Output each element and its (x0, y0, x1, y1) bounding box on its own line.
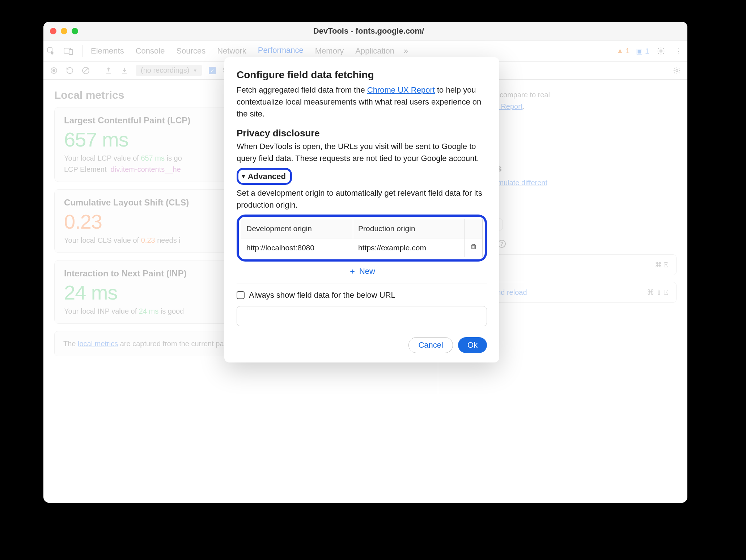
chevron-down-icon: ▼ (241, 172, 246, 181)
advanced-toggle[interactable]: ▼ Advanced (237, 168, 292, 185)
svg-point-3 (660, 50, 662, 52)
svg-rect-10 (472, 245, 475, 249)
device-toolbar-icon[interactable] (63, 46, 74, 56)
origin-mapping-table: Development origin Production origin htt… (241, 219, 483, 257)
shortcut-2: ⌘ ⇧ E (647, 288, 668, 297)
configure-field-data-dialog: Configure field data fetching Fetch aggr… (224, 57, 499, 362)
privacy-body: When DevTools is open, the URLs you visi… (237, 140, 487, 164)
tab-sources[interactable]: Sources (170, 41, 211, 61)
devtools-window: DevTools - fonts.google.com/ Elements Co… (43, 22, 687, 503)
svg-line-7 (84, 68, 88, 73)
th-actions (465, 219, 483, 238)
clear-icon[interactable] (81, 66, 90, 75)
table-row: http://localhost:8080 https://example.co… (241, 238, 483, 257)
svg-point-9 (676, 69, 678, 72)
th-dev-origin: Development origin (241, 219, 353, 238)
dialog-buttons: Cancel Ok (237, 337, 487, 353)
traffic-lights (50, 28, 78, 34)
shortcut-1: ⌘ E (655, 260, 668, 269)
download-icon[interactable] (120, 66, 129, 75)
always-show-row: Always show field data for the below URL (237, 289, 487, 301)
plus-icon: ＋ (348, 265, 356, 277)
th-prod-origin: Production origin (353, 219, 465, 238)
url-input[interactable] (237, 306, 487, 326)
close-icon[interactable] (50, 28, 56, 34)
inspect-icon[interactable] (46, 46, 56, 56)
record-icon[interactable] (49, 66, 59, 75)
warning-badge[interactable]: ▲ 1 (616, 47, 630, 55)
svg-point-5 (52, 69, 55, 72)
more-icon[interactable]: ⋮ (673, 46, 684, 56)
minimize-icon[interactable] (61, 28, 67, 34)
crux-link-dialog[interactable]: Chrome UX Report (367, 85, 435, 94)
lcp-element-selector[interactable]: div.item-contents__he (111, 165, 181, 173)
delete-row-button[interactable] (465, 238, 483, 257)
origin-table-highlight: Development origin Production origin htt… (237, 215, 487, 262)
messages-badge[interactable]: ▣ 1 (636, 47, 649, 55)
reload-icon[interactable] (65, 66, 75, 75)
tab-elements[interactable]: Elements (85, 41, 130, 61)
cancel-button[interactable]: Cancel (408, 337, 453, 353)
local-metrics-link[interactable]: local metrics (78, 340, 118, 348)
dialog-intro: Fetch aggregated field data from the Chr… (237, 84, 487, 120)
advanced-desc: Set a development origin to automaticall… (237, 187, 487, 211)
simulate-link[interactable]: simulate different (492, 179, 547, 187)
zoom-icon[interactable] (72, 28, 78, 34)
upload-icon[interactable] (104, 66, 113, 75)
privacy-heading: Privacy disclosure (237, 126, 487, 140)
svg-rect-2 (69, 50, 73, 55)
divider (237, 284, 487, 284)
always-show-checkbox[interactable] (237, 291, 245, 299)
dialog-title: Configure field data fetching (237, 67, 487, 82)
perf-settings-icon[interactable] (672, 66, 682, 75)
tab-console[interactable]: Console (130, 41, 171, 61)
gear-icon[interactable] (656, 46, 666, 56)
window-title: DevTools - fonts.google.com/ (78, 26, 659, 36)
add-row-button[interactable]: ＋ New (237, 265, 487, 277)
cell-dev-origin[interactable]: http://localhost:8080 (241, 238, 353, 257)
ok-button[interactable]: Ok (458, 337, 487, 353)
recordings-dropdown[interactable]: (no recordings) ▼ (136, 65, 202, 76)
always-show-label: Always show field data for the below URL (249, 289, 395, 301)
titlebar: DevTools - fonts.google.com/ (43, 22, 687, 41)
cell-prod-origin[interactable]: https://example.com (353, 238, 465, 257)
screenshots-checkbox[interactable]: ✓ (209, 67, 216, 74)
